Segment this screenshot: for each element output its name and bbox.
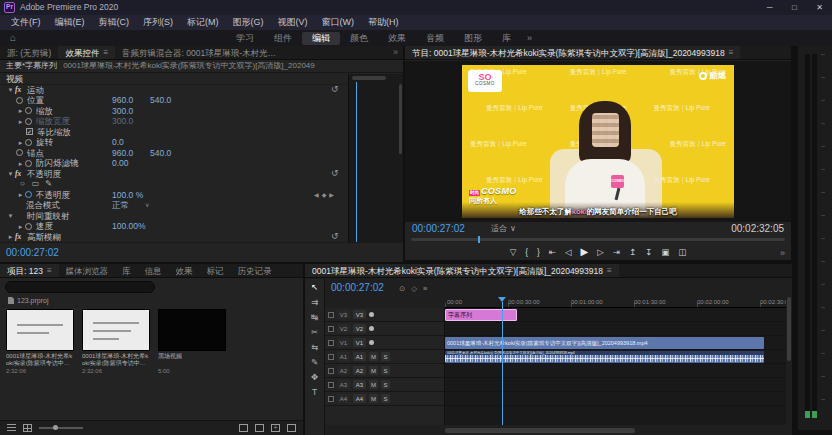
audio-clip[interactable]: 0001球星琳琅-木村光希koki实录(陈紫琪专访中文双字)[高清版]_2020… (445, 351, 764, 363)
stopwatch-icon[interactable] (25, 139, 32, 146)
extract-button[interactable]: ↧ (645, 248, 652, 257)
mute-button[interactable]: M (369, 366, 378, 375)
mute-button[interactable]: M (369, 380, 378, 389)
graphic-clip[interactable]: 字幕序列 (445, 309, 517, 321)
track-v3-lane[interactable]: 字幕序列 (445, 308, 786, 322)
track-a1-lane[interactable]: 0001球星琳琅-木村光希koki实录(陈紫琪专访中文双字)[高清版]_2020… (445, 350, 786, 364)
timeline-ruler[interactable]: 00:00 00:00:30:00 00:01:00:00 00:01:30:0… (445, 297, 786, 308)
item-thumbnail[interactable] (158, 309, 226, 351)
opacity-value[interactable]: 100.0 % (112, 191, 143, 200)
track-target-badge[interactable]: V1 (353, 338, 366, 347)
track-target-badge[interactable]: V3 (353, 310, 366, 319)
track-a4-lane[interactable] (445, 392, 786, 406)
stopwatch-icon[interactable] (25, 118, 32, 125)
twirl-open-icon[interactable]: ▾ (6, 170, 15, 177)
tab-markers[interactable]: 标记 (200, 264, 231, 278)
menu-item-markers[interactable]: 标记(M) (180, 15, 226, 30)
mark-out-button[interactable]: } (537, 248, 540, 257)
panel-menu-icon[interactable]: ≡ (47, 264, 52, 278)
project-item-footage[interactable]: 0001球星琳琅-木村光希koki实录(陈紫琪专访中文双字)[高清版]_2020… (82, 309, 150, 374)
stopwatch-icon[interactable] (25, 223, 32, 230)
twirl-open-icon[interactable]: ▾ (6, 86, 15, 93)
panel-tab-overflow-icon[interactable]: » (388, 48, 403, 57)
scrubber-playhead[interactable] (478, 236, 480, 243)
panel-menu-icon[interactable]: ≡ (729, 46, 734, 60)
track-visibility-icon[interactable] (369, 326, 374, 331)
rotation-value[interactable]: 0.0 (112, 138, 124, 147)
tab-effects[interactable]: 效果 (169, 264, 200, 278)
project-bin-row[interactable]: 123.prproj (8, 297, 49, 304)
track-target-badge[interactable]: A1 (353, 352, 366, 361)
track-header-v1[interactable]: V1 V1 (325, 336, 444, 350)
fit-dropdown[interactable]: 适合 ∨ (491, 225, 516, 233)
source-patch-badge[interactable]: V3 (337, 310, 350, 319)
go-to-out-button[interactable]: ⇥ (613, 248, 620, 257)
automate-sequence-icon[interactable] (239, 424, 248, 432)
twirl-closed-icon[interactable]: ▸ (6, 233, 15, 240)
stopwatch-icon[interactable] (16, 97, 23, 104)
track-target-badge[interactable]: A4 (353, 394, 366, 403)
slip-tool[interactable]: ⇆ (311, 343, 318, 353)
track-target-badge[interactable]: V2 (353, 324, 366, 333)
workspace-tab-assembly[interactable]: 组件 (264, 32, 302, 45)
track-header-a1[interactable]: A1 A1 M S (325, 350, 444, 364)
video-clip[interactable]: 0001球星琳琅-木村光希koki实录(陈紫琪专访中文双字)[高清版]_2020… (445, 337, 764, 349)
twirl-closed-icon[interactable]: ▸ (16, 107, 25, 114)
stopwatch-icon[interactable] (25, 191, 32, 198)
menu-item-sequence[interactable]: 序列(S) (136, 15, 180, 30)
minimize-button[interactable]: ─ (757, 0, 782, 15)
mute-button[interactable]: M (369, 394, 378, 403)
menu-item-edit[interactable]: 编辑(E) (48, 15, 92, 30)
icon-view-icon[interactable] (23, 424, 32, 432)
ripple-edit-tool[interactable]: ↹ (311, 313, 318, 323)
step-forward-button[interactable]: ▷ (597, 248, 604, 257)
selection-tool[interactable]: ↖ (311, 283, 318, 293)
source-patch-badge[interactable]: A1 (337, 352, 350, 361)
ec-row-time-remap[interactable]: ▾ 时间重映射 (0, 211, 348, 222)
workspace-tab-learning[interactable]: 学习 (226, 32, 264, 45)
menu-item-window[interactable]: 窗口(W) (315, 15, 362, 30)
source-patch-badge[interactable]: A2 (337, 366, 350, 375)
pen-tool[interactable]: ✎ (311, 358, 318, 368)
linked-selection-icon[interactable]: ◇ (411, 285, 417, 293)
add-marker-button[interactable]: ▽ (510, 248, 517, 257)
razor-tool[interactable]: ✂ (311, 328, 318, 338)
new-bin-icon[interactable] (255, 424, 264, 432)
transport-more-button[interactable]: » (780, 249, 785, 258)
type-tool[interactable]: T (312, 388, 317, 398)
lock-icon[interactable] (328, 382, 334, 388)
tab-project[interactable]: 项目: 123 ≡ (0, 264, 59, 278)
lock-icon[interactable] (328, 354, 334, 360)
solo-button[interactable]: S (381, 394, 390, 403)
solo-button[interactable]: S (381, 366, 390, 375)
previous-keyframe-icon[interactable]: ◀ (314, 192, 319, 198)
slider-knob[interactable] (53, 425, 58, 430)
track-header-a2[interactable]: A2 A2 M S (325, 364, 444, 378)
workspace-tab-editing[interactable]: 编辑 (302, 32, 340, 45)
twirl-closed-icon[interactable]: ▸ (16, 160, 25, 167)
lock-icon[interactable] (328, 312, 334, 318)
fx-badge-icon[interactable]: fx (15, 86, 27, 94)
effect-controls-scrollbar[interactable] (399, 84, 402, 154)
track-header-v3[interactable]: V3 V3 (325, 308, 444, 322)
program-timecode[interactable]: 00:00:27:02 (412, 224, 465, 234)
twirl-closed-icon[interactable]: ▸ (16, 139, 25, 146)
pen-mask-icon[interactable]: ✎ (42, 180, 55, 188)
fx-badge-icon[interactable]: fx (15, 233, 27, 241)
ec-row-motion[interactable]: ▾ fx 运动 ↺ (0, 85, 348, 96)
menu-item-file[interactable]: 文件(F) (4, 15, 48, 30)
program-scrubber[interactable] (411, 238, 785, 241)
lift-button[interactable]: ↥ (629, 248, 636, 257)
track-a3-lane[interactable] (445, 378, 786, 392)
mark-in-button[interactable]: { (525, 248, 528, 257)
go-to-in-button[interactable]: ⇤ (549, 248, 556, 257)
menu-item-graphics[interactable]: 图形(G) (226, 15, 271, 30)
timeline-playhead[interactable] (502, 302, 503, 425)
ec-row-extra-effect[interactable]: ▸ fx 高斯模糊 ↺ (0, 232, 348, 243)
fx-badge-icon[interactable]: fx (15, 170, 27, 178)
reset-effect-icon[interactable]: ↺ (331, 232, 339, 241)
step-back-button[interactable]: ◁ (565, 248, 572, 257)
track-header-a4[interactable]: A4 A4 M S (325, 392, 444, 406)
play-button[interactable]: ▶ (581, 247, 589, 257)
twirl-closed-icon[interactable]: ▸ (16, 191, 25, 198)
